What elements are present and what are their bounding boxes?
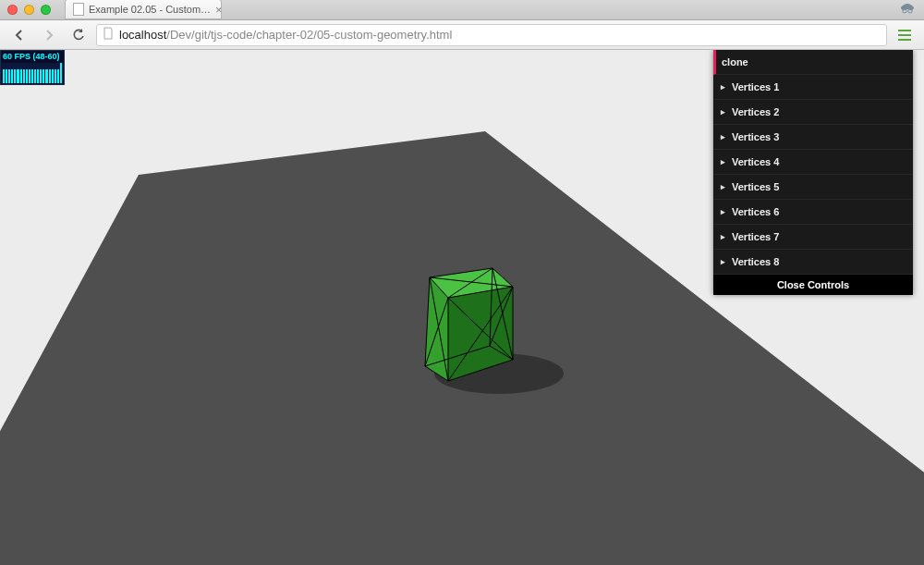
page-icon [73, 3, 84, 16]
dat-gui-panel: clone Vertices 1 Vertices 2 Vertices 3 V… [713, 50, 913, 295]
reload-button[interactable] [67, 23, 91, 47]
gui-clone-action[interactable]: clone [713, 50, 913, 75]
browser-tab[interactable]: Example 02.05 - Custom… × [65, 0, 222, 19]
close-tab-icon[interactable]: × [215, 3, 222, 17]
gui-clone-label: clone [722, 56, 748, 68]
gui-folder-vertices-1[interactable]: Vertices 1 [713, 75, 913, 100]
gui-close-controls[interactable]: Close Controls [713, 275, 913, 295]
gui-folder-vertices-8[interactable]: Vertices 8 [713, 250, 913, 275]
site-info-icon[interactable] [103, 27, 114, 43]
address-bar[interactable]: localhost/Dev/git/tjs-code/chapter-02/05… [96, 24, 887, 46]
webgl-viewport[interactable]: 60 FPS (48-60) clone Vertices 1 Vertices… [0, 50, 924, 565]
gui-folder-vertices-2[interactable]: Vertices 2 [713, 100, 913, 125]
back-button[interactable] [7, 23, 31, 47]
window-zoom-button[interactable] [41, 5, 51, 15]
gui-folder-label: Vertices 4 [732, 156, 779, 167]
menu-icon[interactable] [893, 23, 917, 47]
url-host: localhost [119, 28, 166, 42]
window-minimize-button[interactable] [24, 5, 34, 15]
gui-close-label: Close Controls [777, 279, 849, 290]
window-close-button[interactable] [7, 5, 18, 15]
tab-title: Example 02.05 - Custom… [89, 4, 211, 15]
gui-folder-vertices-6[interactable]: Vertices 6 [713, 200, 913, 225]
window-chrome: Example 02.05 - Custom… × [0, 0, 924, 20]
gui-folder-label: Vertices 8 [732, 256, 779, 267]
gui-folder-label: Vertices 1 [732, 81, 779, 92]
incognito-icon [898, 2, 917, 15]
gui-folder-label: Vertices 3 [732, 131, 779, 142]
url-text: localhost/Dev/git/tjs-code/chapter-02/05… [119, 28, 452, 42]
gui-folder-vertices-3[interactable]: Vertices 3 [713, 125, 913, 150]
url-path: /Dev/git/tjs-code/chapter-02/05-custom-g… [166, 28, 452, 42]
fps-stats[interactable]: 60 FPS (48-60) [0, 50, 65, 85]
gui-folder-vertices-4[interactable]: Vertices 4 [713, 150, 913, 175]
tab-bar: Example 02.05 - Custom… × [0, 0, 924, 20]
fps-text: 60 FPS (48-60) [3, 52, 60, 61]
gui-folder-label: Vertices 7 [732, 231, 779, 242]
browser-toolbar: localhost/Dev/git/tjs-code/chapter-02/05… [0, 20, 924, 50]
traffic-lights [7, 5, 51, 15]
fps-graph [2, 63, 63, 83]
forward-button[interactable] [37, 23, 61, 47]
gui-folder-vertices-5[interactable]: Vertices 5 [713, 175, 913, 200]
gui-folder-vertices-7[interactable]: Vertices 7 [713, 225, 913, 250]
gui-folder-label: Vertices 6 [732, 206, 779, 217]
gui-folder-label: Vertices 2 [732, 106, 779, 117]
gui-folder-label: Vertices 5 [732, 181, 779, 192]
